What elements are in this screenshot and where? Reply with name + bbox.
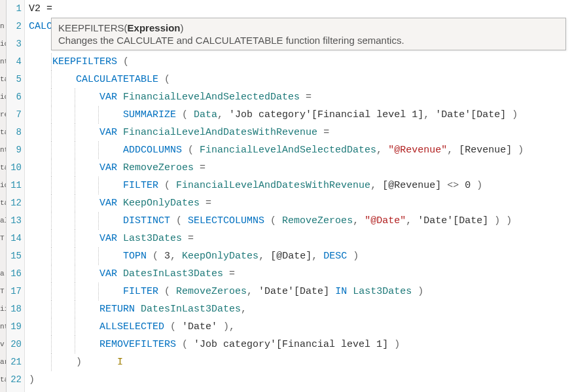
line-number: 10 bbox=[7, 159, 24, 177]
comma: , bbox=[217, 109, 229, 120]
comma: , bbox=[423, 109, 435, 120]
string-literal: "@Revenue" bbox=[388, 145, 447, 156]
code-line[interactable]: CALCULATETABLE ( bbox=[25, 71, 570, 88]
line-number: 3 bbox=[7, 35, 24, 53]
code-line[interactable]: VAR KeepOnlyDates = bbox=[25, 194, 570, 212]
line-number: 11 bbox=[7, 177, 24, 194]
line-number: 9 bbox=[7, 141, 24, 159]
line-number: 8 bbox=[7, 124, 24, 141]
fn-filter: FILTER bbox=[123, 286, 158, 297]
paren: ) bbox=[471, 180, 482, 191]
fn-filter: FILTER bbox=[123, 180, 158, 191]
fn-calculate-partial: CALC bbox=[29, 21, 52, 32]
sliver-row: ta bbox=[0, 371, 6, 389]
comma: , bbox=[312, 251, 323, 262]
code-line[interactable]: ) bbox=[25, 371, 570, 389]
fn-summarize: SUMMARIZE bbox=[123, 109, 176, 120]
comma: , bbox=[241, 304, 247, 315]
code-line[interactable]: VAR RemoveZeroes = bbox=[25, 159, 570, 177]
line-number: 2 bbox=[7, 18, 24, 35]
code-line[interactable]: VAR FinancialLevelAndDatesWithRevenue = bbox=[25, 124, 570, 141]
sliver-row: ta bbox=[0, 159, 6, 177]
var-ref: Last3Dates bbox=[353, 286, 412, 297]
sliver-row bbox=[0, 247, 6, 265]
code-line[interactable]: ALLSELECTED ( 'Date' ), bbox=[25, 318, 570, 336]
comma: , bbox=[406, 215, 418, 226]
eq: = bbox=[194, 162, 205, 173]
sliver-row: v bbox=[0, 336, 6, 353]
var-name: Last3Dates bbox=[123, 233, 182, 244]
line-number: 1 bbox=[7, 0, 24, 18]
sliver-row: ta bbox=[0, 194, 6, 212]
tooltip-description: Changes the CALCULATE and CALCULATETABLE… bbox=[58, 35, 559, 46]
paren: ) bbox=[76, 357, 82, 368]
code-line[interactable]: FILTER ( FinancialLevelAndDatesWithReven… bbox=[25, 177, 570, 194]
paren: ), bbox=[217, 321, 235, 332]
var-name: FinancialLevelAndSelectedDates bbox=[123, 92, 300, 103]
code-line[interactable]: DISTINCT ( SELECTCOLUMNS ( RemoveZeroes,… bbox=[25, 212, 570, 230]
kw-var: VAR bbox=[99, 198, 117, 209]
line-number-gutter: 1 2 3 4 5 6 7 8 9 10 11 12 13 14 15 16 1… bbox=[7, 0, 25, 392]
paren: ( bbox=[264, 215, 282, 226]
paren: ( bbox=[176, 109, 194, 120]
fn-keepfilters: KEEPFILTERS bbox=[52, 56, 117, 67]
sliver-row: ic bbox=[0, 88, 6, 106]
kw-desc: DESC bbox=[323, 251, 347, 262]
code-line[interactable]: RETURN DatesInLast3Dates, bbox=[25, 300, 570, 318]
dax-editor[interactable]: n ic nt ta ic re ta nt ta ic ta al T a T… bbox=[0, 0, 570, 392]
code-line[interactable]: ) I bbox=[25, 353, 570, 371]
paren: ( bbox=[158, 180, 176, 191]
code-line[interactable]: VAR Last3Dates = bbox=[25, 230, 570, 247]
eq: = bbox=[182, 233, 194, 244]
kw-var: VAR bbox=[99, 268, 117, 279]
sliver-row: T bbox=[0, 230, 6, 247]
var-ref: RemoveZeroes bbox=[176, 286, 247, 297]
eq: = bbox=[300, 92, 312, 103]
var-name: FinancialLevelAndDatesWithRevenue bbox=[123, 127, 317, 138]
line-number: 16 bbox=[7, 265, 24, 283]
paren: ( bbox=[158, 74, 170, 85]
sliver-row: T bbox=[0, 283, 6, 300]
line-number: 18 bbox=[7, 300, 24, 318]
code-line[interactable]: TOPN ( 3, KeepOnlyDates, [@Date], DESC ) bbox=[25, 247, 570, 265]
sliver-row: nt bbox=[0, 141, 6, 159]
number-literal: 3 bbox=[164, 251, 170, 262]
code-area[interactable]: KEEPFILTERS(Expression) Changes the CALC… bbox=[25, 0, 570, 392]
sliver-row bbox=[0, 0, 6, 18]
code-line[interactable]: FILTER ( RemoveZeroes, 'Date'[Date] IN L… bbox=[25, 283, 570, 300]
comma: , bbox=[376, 145, 388, 156]
line-number: 15 bbox=[7, 247, 24, 265]
code-line[interactable]: REMOVEFILTERS ( 'Job category'[Financial… bbox=[25, 336, 570, 353]
code-line[interactable]: ADDCOLUMNS ( FinancialLevelAndSelectedDa… bbox=[25, 141, 570, 159]
paren: ) bbox=[506, 109, 518, 120]
operator: <> bbox=[441, 180, 465, 191]
sliver-row: nt bbox=[0, 53, 6, 71]
table-ref: Data bbox=[194, 109, 217, 120]
tooltip-signature: KEEPFILTERS(Expression) bbox=[58, 22, 559, 33]
sliver-row: ic bbox=[0, 177, 6, 194]
sliver-row: a bbox=[0, 265, 6, 283]
comma: , bbox=[447, 145, 459, 156]
paren: ( bbox=[147, 251, 164, 262]
kw-var: VAR bbox=[99, 233, 117, 244]
sliver-row: ar bbox=[0, 353, 6, 371]
paren: ) bbox=[412, 286, 423, 297]
code-line[interactable]: SUMMARIZE ( Data, 'Job category'[Financi… bbox=[25, 106, 570, 124]
fn-topn: TOPN bbox=[123, 251, 147, 262]
var-ref: KeepOnlyDates bbox=[182, 251, 258, 262]
code-line[interactable]: KEEPFILTERS ( bbox=[25, 53, 570, 71]
line-number: 22 bbox=[7, 371, 24, 389]
eq: = bbox=[317, 127, 329, 138]
kw-in: IN bbox=[329, 286, 353, 297]
paren: ( bbox=[158, 286, 176, 297]
paren: ) bbox=[347, 251, 359, 262]
line-number: 20 bbox=[7, 336, 24, 353]
space bbox=[135, 304, 141, 315]
line-number: 21 bbox=[7, 353, 24, 371]
code-line[interactable]: VAR DatesInLast3Dates = bbox=[25, 265, 570, 283]
line-number: 4 bbox=[7, 53, 24, 71]
code-line[interactable]: V2 = bbox=[25, 0, 570, 18]
line-number: 17 bbox=[7, 283, 24, 300]
code-line[interactable]: VAR FinancialLevelAndSelectedDates = bbox=[25, 88, 570, 106]
string-literal: "@Date" bbox=[365, 215, 406, 226]
